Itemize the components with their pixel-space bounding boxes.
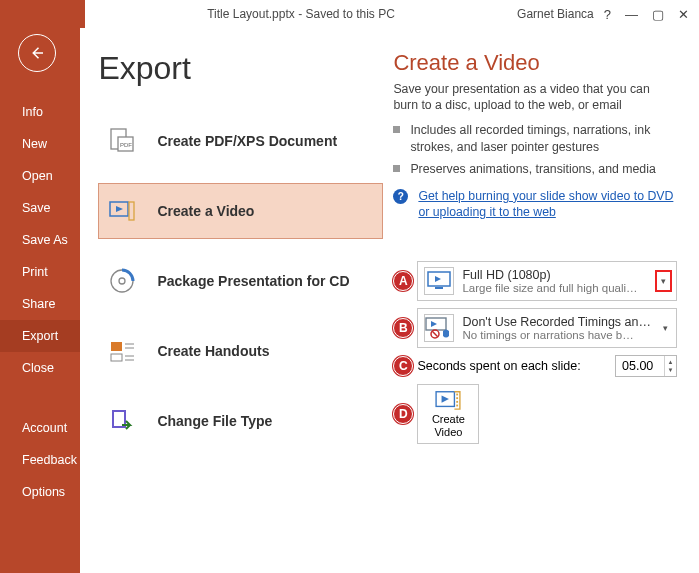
video-icon (434, 389, 462, 411)
filetype-icon (107, 406, 137, 436)
timings-sub: No timings or narrations have b… (462, 329, 651, 341)
svg-rect-21 (457, 394, 459, 396)
svg-rect-23 (457, 401, 459, 403)
svg-rect-4 (129, 202, 134, 220)
seconds-spinner[interactable]: ▲▼ (615, 355, 677, 377)
svg-text:PDF: PDF (120, 142, 132, 148)
sidebar-item-new[interactable]: New (0, 128, 80, 160)
export-item-handouts[interactable]: Create Handouts (98, 323, 383, 379)
annotation-badge-a: A (393, 271, 413, 291)
timings-icon (424, 314, 454, 342)
seconds-input[interactable] (616, 356, 664, 376)
chevron-down-icon[interactable]: ▾ (655, 270, 672, 292)
help-icon: ? (393, 189, 408, 204)
cd-icon (107, 266, 137, 296)
export-item-cd[interactable]: Package Presentation for CD (98, 253, 383, 309)
sidebar-item-close[interactable]: Close (0, 352, 80, 384)
export-item-video[interactable]: Create a Video (98, 183, 383, 239)
minimize-button[interactable]: — (625, 7, 638, 22)
close-button[interactable]: ✕ (678, 7, 689, 22)
resolution-sub: Large file size and full high quali… (462, 282, 647, 294)
svg-point-6 (119, 278, 125, 284)
sidebar-item-open[interactable]: Open (0, 160, 80, 192)
bullet-text: Includes all recorded timings, narration… (410, 122, 677, 155)
restore-button[interactable]: ▢ (652, 7, 664, 22)
user-name: Garnet Bianca (517, 7, 594, 21)
svg-rect-14 (114, 412, 124, 426)
resolution-title: Full HD (1080p) (462, 268, 647, 282)
resolution-dropdown[interactable]: Full HD (1080p) Large file size and full… (417, 261, 677, 301)
svg-rect-8 (111, 354, 122, 361)
sidebar-item-export[interactable]: Export (0, 320, 80, 352)
export-item-label: Change File Type (157, 413, 272, 429)
seconds-label: Seconds spent on each slide: (417, 359, 611, 373)
video-icon (107, 196, 137, 226)
document-title: Title Layout.pptx - Saved to this PC (85, 7, 517, 21)
annotation-badge-d: D (393, 404, 413, 424)
export-item-filetype[interactable]: Change File Type (98, 393, 383, 449)
export-item-label: Create Handouts (157, 343, 269, 359)
sidebar-item-save[interactable]: Save (0, 192, 80, 224)
spinner-down-icon[interactable]: ▼ (665, 366, 676, 374)
svg-rect-16 (435, 287, 443, 289)
help-link[interactable]: Get help burning your slide show video t… (418, 188, 677, 221)
export-type-list: PDFCreate PDF/XPS DocumentCreate a Video… (98, 113, 383, 449)
help-icon[interactable]: ? (604, 7, 611, 22)
monitor-icon (424, 267, 454, 295)
bullet-icon (393, 126, 400, 133)
sidebar-item-save-as[interactable]: Save As (0, 224, 80, 256)
export-item-label: Create a Video (157, 203, 254, 219)
timings-dropdown[interactable]: Don't Use Recorded Timings an… No timing… (417, 308, 677, 348)
sidebar-item-feedback[interactable]: Feedback (0, 444, 80, 476)
create-video-label: Create Video (418, 413, 478, 438)
svg-rect-22 (457, 398, 459, 400)
create-video-button[interactable]: Create Video (417, 384, 479, 444)
sidebar-item-options[interactable]: Options (0, 476, 80, 508)
annotation-badge-b: B (393, 318, 413, 338)
pdf-icon: PDF (107, 126, 137, 156)
back-button[interactable] (18, 34, 56, 72)
export-item-label: Package Presentation for CD (157, 273, 349, 289)
sidebar-item-print[interactable]: Print (0, 256, 80, 288)
svg-rect-7 (111, 342, 122, 351)
bullet-text: Preserves animations, transitions, and m… (410, 161, 655, 178)
svg-line-19 (433, 331, 438, 336)
page-title: Export (98, 50, 383, 87)
annotation-badge-c: C (393, 356, 413, 376)
chevron-down-icon[interactable]: ▾ (659, 323, 672, 333)
export-item-pdf[interactable]: PDFCreate PDF/XPS Document (98, 113, 383, 169)
video-pane-title: Create a Video (393, 50, 677, 76)
bullet-icon (393, 165, 400, 172)
backstage-sidebar: InfoNewOpenSaveSave AsPrintShareExportCl… (0, 28, 80, 573)
sidebar-item-share[interactable]: Share (0, 288, 80, 320)
spinner-up-icon[interactable]: ▲ (665, 358, 676, 366)
export-item-label: Create PDF/XPS Document (157, 133, 337, 149)
svg-rect-24 (457, 405, 459, 407)
video-pane-desc: Save your presentation as a video that y… (393, 82, 677, 114)
sidebar-item-info[interactable]: Info (0, 96, 80, 128)
handouts-icon (107, 336, 137, 366)
timings-title: Don't Use Recorded Timings an… (462, 315, 651, 329)
sidebar-item-account[interactable]: Account (0, 412, 80, 444)
